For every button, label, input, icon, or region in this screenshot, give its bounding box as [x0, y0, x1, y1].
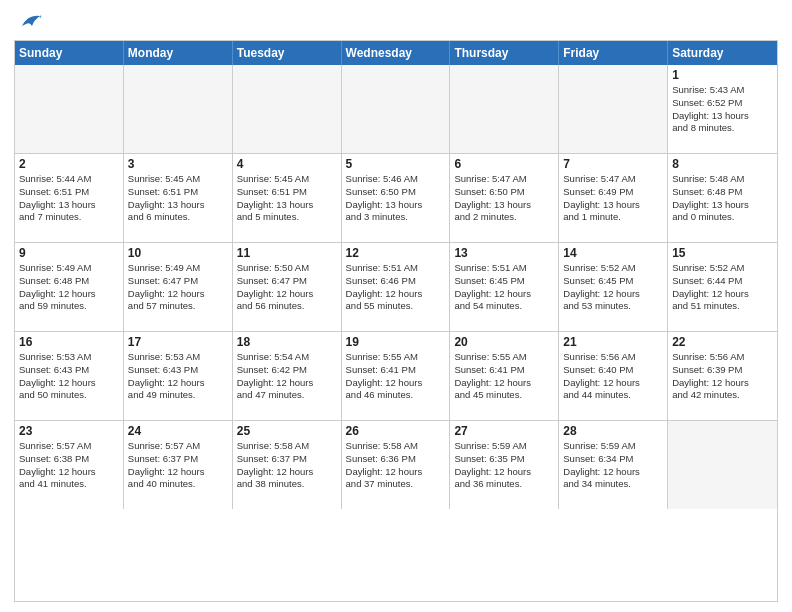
day-number: 25	[237, 424, 337, 438]
day-info: Sunrise: 5:57 AM Sunset: 6:38 PM Dayligh…	[19, 440, 119, 491]
cal-header-wednesday: Wednesday	[342, 41, 451, 65]
day-info: Sunrise: 5:53 AM Sunset: 6:43 PM Dayligh…	[128, 351, 228, 402]
day-info: Sunrise: 5:59 AM Sunset: 6:35 PM Dayligh…	[454, 440, 554, 491]
day-info: Sunrise: 5:50 AM Sunset: 6:47 PM Dayligh…	[237, 262, 337, 313]
day-info: Sunrise: 5:56 AM Sunset: 6:40 PM Dayligh…	[563, 351, 663, 402]
day-number: 27	[454, 424, 554, 438]
cal-cell-r2c0: 9Sunrise: 5:49 AM Sunset: 6:48 PM Daylig…	[15, 243, 124, 331]
day-number: 20	[454, 335, 554, 349]
header	[0, 0, 792, 36]
cal-cell-r0c4	[450, 65, 559, 153]
day-info: Sunrise: 5:58 AM Sunset: 6:36 PM Dayligh…	[346, 440, 446, 491]
day-info: Sunrise: 5:54 AM Sunset: 6:42 PM Dayligh…	[237, 351, 337, 402]
cal-cell-r2c5: 14Sunrise: 5:52 AM Sunset: 6:45 PM Dayli…	[559, 243, 668, 331]
calendar: SundayMondayTuesdayWednesdayThursdayFrid…	[14, 40, 778, 602]
day-number: 10	[128, 246, 228, 260]
cal-cell-r1c3: 5Sunrise: 5:46 AM Sunset: 6:50 PM Daylig…	[342, 154, 451, 242]
cal-cell-r1c6: 8Sunrise: 5:48 AM Sunset: 6:48 PM Daylig…	[668, 154, 777, 242]
cal-cell-r2c3: 12Sunrise: 5:51 AM Sunset: 6:46 PM Dayli…	[342, 243, 451, 331]
cal-cell-r2c6: 15Sunrise: 5:52 AM Sunset: 6:44 PM Dayli…	[668, 243, 777, 331]
cal-cell-r0c6: 1Sunrise: 5:43 AM Sunset: 6:52 PM Daylig…	[668, 65, 777, 153]
day-number: 5	[346, 157, 446, 171]
cal-cell-r3c2: 18Sunrise: 5:54 AM Sunset: 6:42 PM Dayli…	[233, 332, 342, 420]
cal-cell-r0c1	[124, 65, 233, 153]
page: SundayMondayTuesdayWednesdayThursdayFrid…	[0, 0, 792, 612]
day-info: Sunrise: 5:46 AM Sunset: 6:50 PM Dayligh…	[346, 173, 446, 224]
day-info: Sunrise: 5:47 AM Sunset: 6:49 PM Dayligh…	[563, 173, 663, 224]
cal-cell-r1c1: 3Sunrise: 5:45 AM Sunset: 6:51 PM Daylig…	[124, 154, 233, 242]
cal-row-0: 1Sunrise: 5:43 AM Sunset: 6:52 PM Daylig…	[15, 65, 777, 154]
day-number: 1	[672, 68, 773, 82]
day-info: Sunrise: 5:49 AM Sunset: 6:47 PM Dayligh…	[128, 262, 228, 313]
cal-cell-r4c4: 27Sunrise: 5:59 AM Sunset: 6:35 PM Dayli…	[450, 421, 559, 509]
cal-cell-r4c5: 28Sunrise: 5:59 AM Sunset: 6:34 PM Dayli…	[559, 421, 668, 509]
day-number: 8	[672, 157, 773, 171]
cal-cell-r0c2	[233, 65, 342, 153]
day-number: 11	[237, 246, 337, 260]
cal-cell-r4c0: 23Sunrise: 5:57 AM Sunset: 6:38 PM Dayli…	[15, 421, 124, 509]
cal-cell-r4c6	[668, 421, 777, 509]
day-number: 26	[346, 424, 446, 438]
cal-cell-r0c0	[15, 65, 124, 153]
cal-cell-r1c0: 2Sunrise: 5:44 AM Sunset: 6:51 PM Daylig…	[15, 154, 124, 242]
day-info: Sunrise: 5:57 AM Sunset: 6:37 PM Dayligh…	[128, 440, 228, 491]
cal-cell-r3c0: 16Sunrise: 5:53 AM Sunset: 6:43 PM Dayli…	[15, 332, 124, 420]
day-info: Sunrise: 5:47 AM Sunset: 6:50 PM Dayligh…	[454, 173, 554, 224]
day-info: Sunrise: 5:45 AM Sunset: 6:51 PM Dayligh…	[128, 173, 228, 224]
day-number: 12	[346, 246, 446, 260]
cal-row-4: 23Sunrise: 5:57 AM Sunset: 6:38 PM Dayli…	[15, 421, 777, 509]
day-info: Sunrise: 5:53 AM Sunset: 6:43 PM Dayligh…	[19, 351, 119, 402]
day-number: 7	[563, 157, 663, 171]
logo-bird-icon	[20, 12, 42, 30]
day-number: 14	[563, 246, 663, 260]
cal-header-thursday: Thursday	[450, 41, 559, 65]
cal-cell-r4c1: 24Sunrise: 5:57 AM Sunset: 6:37 PM Dayli…	[124, 421, 233, 509]
cal-header-tuesday: Tuesday	[233, 41, 342, 65]
day-number: 13	[454, 246, 554, 260]
cal-cell-r3c5: 21Sunrise: 5:56 AM Sunset: 6:40 PM Dayli…	[559, 332, 668, 420]
day-info: Sunrise: 5:43 AM Sunset: 6:52 PM Dayligh…	[672, 84, 773, 135]
cal-cell-r2c1: 10Sunrise: 5:49 AM Sunset: 6:47 PM Dayli…	[124, 243, 233, 331]
cal-row-1: 2Sunrise: 5:44 AM Sunset: 6:51 PM Daylig…	[15, 154, 777, 243]
day-info: Sunrise: 5:55 AM Sunset: 6:41 PM Dayligh…	[454, 351, 554, 402]
day-number: 28	[563, 424, 663, 438]
cal-header-friday: Friday	[559, 41, 668, 65]
cal-cell-r0c5	[559, 65, 668, 153]
cal-cell-r2c4: 13Sunrise: 5:51 AM Sunset: 6:45 PM Dayli…	[450, 243, 559, 331]
cal-cell-r3c3: 19Sunrise: 5:55 AM Sunset: 6:41 PM Dayli…	[342, 332, 451, 420]
day-info: Sunrise: 5:51 AM Sunset: 6:46 PM Dayligh…	[346, 262, 446, 313]
day-info: Sunrise: 5:51 AM Sunset: 6:45 PM Dayligh…	[454, 262, 554, 313]
cal-cell-r3c1: 17Sunrise: 5:53 AM Sunset: 6:43 PM Dayli…	[124, 332, 233, 420]
day-number: 17	[128, 335, 228, 349]
day-info: Sunrise: 5:44 AM Sunset: 6:51 PM Dayligh…	[19, 173, 119, 224]
cal-cell-r4c3: 26Sunrise: 5:58 AM Sunset: 6:36 PM Dayli…	[342, 421, 451, 509]
day-number: 21	[563, 335, 663, 349]
cal-cell-r1c4: 6Sunrise: 5:47 AM Sunset: 6:50 PM Daylig…	[450, 154, 559, 242]
cal-cell-r1c2: 4Sunrise: 5:45 AM Sunset: 6:51 PM Daylig…	[233, 154, 342, 242]
day-info: Sunrise: 5:48 AM Sunset: 6:48 PM Dayligh…	[672, 173, 773, 224]
day-number: 22	[672, 335, 773, 349]
day-info: Sunrise: 5:52 AM Sunset: 6:45 PM Dayligh…	[563, 262, 663, 313]
day-number: 16	[19, 335, 119, 349]
day-number: 23	[19, 424, 119, 438]
cal-header-monday: Monday	[124, 41, 233, 65]
day-number: 3	[128, 157, 228, 171]
day-info: Sunrise: 5:45 AM Sunset: 6:51 PM Dayligh…	[237, 173, 337, 224]
day-number: 4	[237, 157, 337, 171]
day-info: Sunrise: 5:55 AM Sunset: 6:41 PM Dayligh…	[346, 351, 446, 402]
day-number: 24	[128, 424, 228, 438]
cal-cell-r2c2: 11Sunrise: 5:50 AM Sunset: 6:47 PM Dayli…	[233, 243, 342, 331]
cal-header-sunday: Sunday	[15, 41, 124, 65]
cal-cell-r1c5: 7Sunrise: 5:47 AM Sunset: 6:49 PM Daylig…	[559, 154, 668, 242]
cal-row-2: 9Sunrise: 5:49 AM Sunset: 6:48 PM Daylig…	[15, 243, 777, 332]
cal-cell-r3c6: 22Sunrise: 5:56 AM Sunset: 6:39 PM Dayli…	[668, 332, 777, 420]
day-number: 18	[237, 335, 337, 349]
day-number: 2	[19, 157, 119, 171]
day-number: 15	[672, 246, 773, 260]
day-number: 19	[346, 335, 446, 349]
calendar-body: 1Sunrise: 5:43 AM Sunset: 6:52 PM Daylig…	[15, 65, 777, 509]
day-info: Sunrise: 5:56 AM Sunset: 6:39 PM Dayligh…	[672, 351, 773, 402]
cal-cell-r3c4: 20Sunrise: 5:55 AM Sunset: 6:41 PM Dayli…	[450, 332, 559, 420]
cal-cell-r0c3	[342, 65, 451, 153]
day-info: Sunrise: 5:59 AM Sunset: 6:34 PM Dayligh…	[563, 440, 663, 491]
